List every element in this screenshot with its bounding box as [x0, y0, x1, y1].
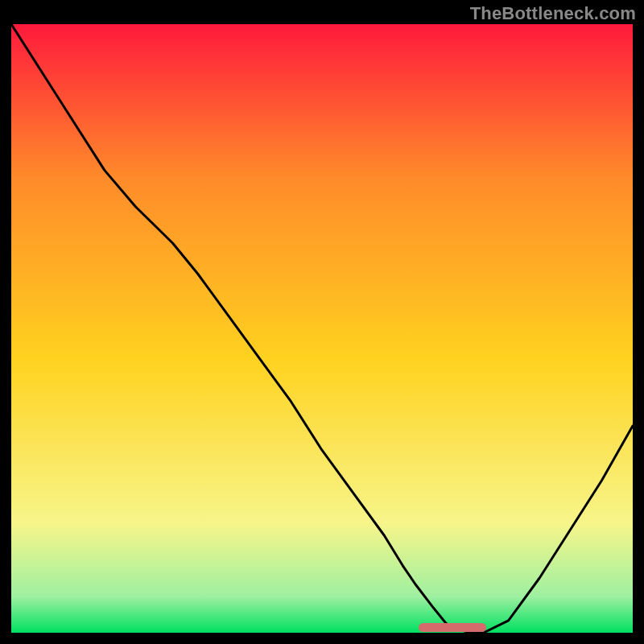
watermark-text: TheBottleneck.com — [470, 3, 636, 24]
chart-svg — [11, 24, 633, 633]
gradient-background — [11, 24, 633, 633]
plot-area — [11, 24, 633, 633]
optimal-range-marker — [419, 623, 486, 632]
chart-canvas: TheBottleneck.com — [0, 0, 644, 644]
